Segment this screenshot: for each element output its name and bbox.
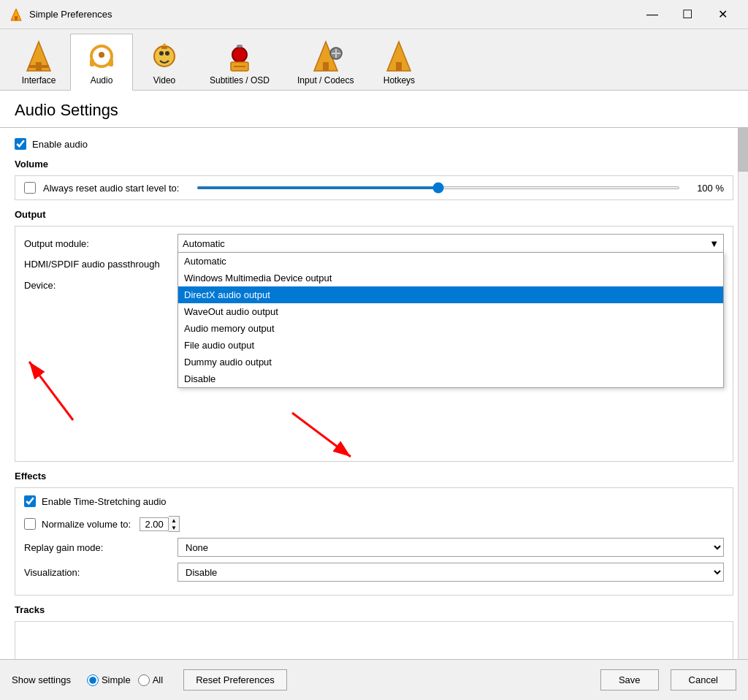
input-tab-label: Input / Codecs [297, 75, 354, 85]
svg-rect-1 [15, 16, 18, 20]
save-button[interactable]: Save [600, 669, 659, 691]
enable-audio-label[interactable]: Enable audio [32, 139, 88, 150]
svg-rect-20 [323, 62, 329, 71]
visualization-row: Visualization: Disable Spectrometer Scop… [24, 563, 724, 582]
dropdown-item-directx[interactable]: DirectX audio output [178, 286, 723, 303]
volume-reset-label[interactable]: Always reset audio start level to: [43, 183, 189, 194]
normalize-value: 2.00 [140, 517, 169, 531]
subtitles-tab-label: Subtitles / OSD [210, 75, 270, 85]
volume-section-label: Volume [15, 159, 733, 170]
svg-marker-13 [161, 43, 167, 46]
radio-all[interactable] [138, 674, 150, 686]
radio-simple-label[interactable]: Simple [87, 674, 131, 686]
app-icon [9, 7, 23, 22]
visualization-label: Visualization: [24, 567, 170, 578]
tracks-section-label: Tracks [15, 604, 733, 615]
tab-subtitles[interactable]: Subtitles / OSD [196, 34, 283, 90]
dropdown-item-disable[interactable]: Disable [178, 370, 723, 387]
radio-all-label[interactable]: All [138, 674, 163, 686]
svg-rect-25 [396, 62, 402, 71]
svg-point-14 [232, 47, 247, 62]
tab-bar: Interface Audio Video [0, 29, 748, 91]
effects-section: Enable Time-Stretching audio Normalize v… [15, 487, 733, 596]
video-tab-label: Video [153, 75, 175, 85]
scrollbar-thumb[interactable] [738, 128, 748, 172]
enable-audio-row: Enable audio [15, 138, 733, 150]
enable-audio-checkbox[interactable] [15, 138, 26, 150]
maximize-button[interactable]: ☐ [671, 4, 704, 26]
dropdown-arrow-icon: ▼ [709, 238, 719, 249]
reset-preferences-button[interactable]: Reset Preferences [183, 669, 287, 691]
time-stretch-checkbox[interactable] [24, 495, 36, 507]
show-settings-label: Show settings [12, 674, 71, 685]
radio-all-text: All [153, 674, 163, 685]
effects-section-label: Effects [15, 471, 733, 482]
scrollbar-track[interactable] [738, 128, 748, 659]
dropdown-item-file[interactable]: File audio output [178, 337, 723, 354]
radio-simple-text: Simple [102, 674, 131, 685]
replay-gain-row: Replay gain mode: None Track Album [24, 538, 724, 557]
hdmi-label: HDMI/SPDIF audio passthrough [24, 259, 170, 270]
dropdown-item-automatic[interactable]: Automatic [178, 253, 723, 270]
output-module-dropdown-list: Automatic Windows Multimedia Device outp… [178, 252, 724, 388]
svg-rect-7 [109, 59, 113, 66]
output-section-label: Output [15, 209, 733, 220]
svg-point-10 [159, 51, 164, 56]
normalize-row: Normalize volume to: 2.00 ▲ ▼ [24, 516, 724, 532]
audio-icon [84, 39, 119, 74]
dropdown-item-wmm[interactable]: Windows Multimedia Device output [178, 270, 723, 286]
dropdown-item-memory[interactable]: Audio memory output [178, 320, 723, 337]
svg-rect-12 [161, 46, 167, 49]
tracks-section [15, 621, 733, 659]
device-label: Device: [24, 280, 170, 291]
output-module-label: Output module: [24, 238, 170, 249]
radio-row: Simple All [87, 674, 163, 686]
video-icon [147, 39, 182, 74]
close-button[interactable]: ✕ [706, 4, 739, 26]
volume-slider[interactable] [196, 186, 680, 189]
output-module-dropdown-container: Automatic ▼ Automatic Windows Multimedia… [178, 234, 724, 253]
volume-reset-checkbox[interactable] [24, 182, 36, 194]
input-icon [308, 39, 343, 74]
bottom-bar: Show settings Simple All Reset Preferenc… [0, 659, 748, 700]
title-bar: Simple Preferences — ☐ ✕ [0, 0, 748, 29]
replay-gain-select[interactable]: None Track Album [178, 538, 724, 557]
normalize-down-arrow[interactable]: ▼ [169, 524, 179, 531]
subtitles-icon [222, 39, 257, 74]
normalize-checkbox[interactable] [24, 518, 36, 530]
visualization-select[interactable]: Disable Spectrometer Scope VU Meter Goom [178, 563, 724, 582]
content-area: Audio Settings Enable audio Volume Alway… [0, 91, 748, 659]
time-stretch-row: Enable Time-Stretching audio [24, 495, 724, 507]
output-module-trigger[interactable]: Automatic ▼ [178, 234, 724, 253]
radio-simple[interactable] [87, 674, 99, 686]
tab-hotkeys[interactable]: Hotkeys [367, 34, 430, 90]
normalize-value-container: 2.00 ▲ ▼ [140, 516, 180, 532]
dropdown-item-waveout[interactable]: WaveOut audio output [178, 303, 723, 320]
output-module-row: Output module: Automatic ▼ Automatic Win… [24, 234, 724, 253]
dropdown-item-dummy[interactable]: Dummy audio output [178, 354, 723, 370]
interface-tab-label: Interface [22, 75, 56, 85]
minimize-button[interactable]: — [636, 4, 669, 26]
hotkeys-icon [381, 39, 416, 74]
window-title: Simple Preferences [29, 9, 636, 20]
page-title: Audio Settings [0, 91, 748, 128]
interface-icon [21, 39, 56, 74]
settings-body: Enable audio Volume Always reset audio s… [0, 128, 748, 659]
tab-input[interactable]: Input / Codecs [283, 34, 367, 90]
normalize-spinner: ▲ ▼ [169, 516, 180, 532]
tab-interface[interactable]: Interface [7, 34, 70, 90]
tab-video[interactable]: Video [133, 34, 196, 90]
normalize-label[interactable]: Normalize volume to: [42, 519, 131, 530]
audio-tab-label: Audio [91, 75, 113, 85]
output-module-value: Automatic [183, 238, 225, 249]
replay-gain-control: None Track Album [178, 538, 724, 557]
tab-audio[interactable]: Audio [70, 34, 133, 91]
svg-rect-6 [90, 59, 94, 66]
time-stretch-label[interactable]: Enable Time-Stretching audio [42, 496, 167, 507]
cancel-button[interactable]: Cancel [671, 669, 736, 691]
svg-rect-4 [28, 65, 49, 68]
replay-gain-label: Replay gain mode: [24, 542, 170, 553]
window-controls: — ☐ ✕ [636, 4, 739, 26]
normalize-up-arrow[interactable]: ▲ [169, 517, 179, 524]
visualization-control: Disable Spectrometer Scope VU Meter Goom [178, 563, 724, 582]
